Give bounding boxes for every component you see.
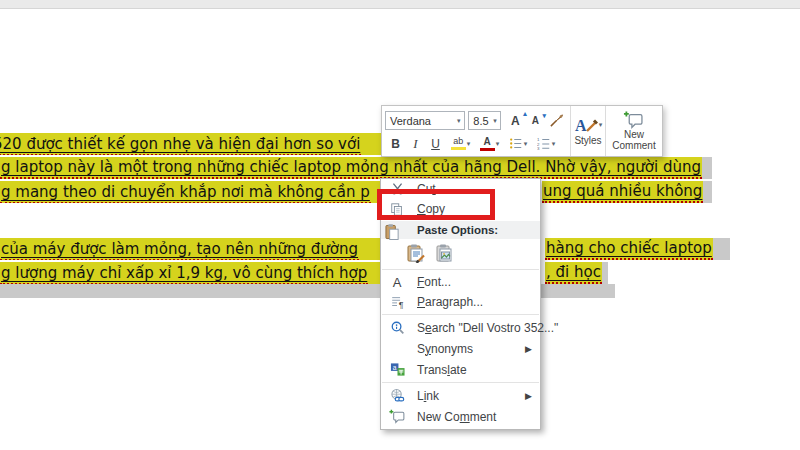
selection-block xyxy=(702,157,712,179)
text-highlight-button[interactable]: ab ▾ xyxy=(446,132,475,155)
svg-text:A: A xyxy=(575,117,587,134)
highlighted-text-line: 520 được thiết kế gọn nhẹ và hiện đại hơ… xyxy=(0,133,381,155)
selection-block xyxy=(703,181,712,203)
new-comment-icon xyxy=(385,409,409,424)
new-comment-label: New xyxy=(624,129,644,140)
font-color-icon: A xyxy=(480,137,495,151)
svg-text:¶: ¶ xyxy=(399,300,404,309)
styles-icon: A xyxy=(574,116,598,134)
menu-item-link[interactable]: Link ▶ xyxy=(381,385,540,406)
font-name-value: Verdana xyxy=(390,115,431,127)
font-color-button[interactable]: A ▾ xyxy=(475,132,504,155)
menu-item-search[interactable]: Search "Dell Vostro 352..." xyxy=(381,317,540,338)
mini-toolbar: Verdana ▾ 8.5 ▾ A▴ A▾ xyxy=(381,105,663,157)
bullets-button[interactable]: ▾ xyxy=(504,132,532,155)
highlighter-icon: ab xyxy=(451,137,466,150)
highlighted-text-line: , đi học xyxy=(545,262,608,284)
doc-text: hàng cho chiếc laptop xyxy=(545,238,713,260)
doc-text: ung quá nhiều không xyxy=(542,181,703,203)
doc-text: của máy được làm mỏng, tạo nên những đườ… xyxy=(0,239,359,260)
shrink-font-icon: A▾ xyxy=(532,115,539,126)
menu-item-paragraph[interactable]: ¶ Paragraph... xyxy=(381,292,540,312)
selection-block xyxy=(602,262,608,284)
italic-button[interactable]: I xyxy=(406,132,425,155)
translate-icon: a xyxy=(385,362,409,377)
font-a-icon: A xyxy=(385,275,409,290)
svg-text:a: a xyxy=(392,364,396,371)
format-painter-icon xyxy=(549,113,564,128)
format-painter-button[interactable] xyxy=(545,109,568,132)
word-document-canvas: 520 được thiết kế gọn nhẹ và hiện đại hơ… xyxy=(0,0,800,450)
submenu-arrow-icon: ▶ xyxy=(525,344,540,354)
chevron-down-icon[interactable]: ▾ xyxy=(454,117,464,125)
menu-separator xyxy=(382,314,539,315)
doc-text: g mang theo di chuyển khắp nơi mà không … xyxy=(0,182,371,203)
menu-separator xyxy=(382,269,539,270)
doc-text: g lượng máy chỉ xấp xỉ 1,9 kg, vô cùng t… xyxy=(0,263,368,284)
menu-item-translate[interactable]: a Translate xyxy=(381,359,540,380)
new-comment-toolbar-button[interactable]: New Comment xyxy=(606,106,662,156)
paste-picture-icon xyxy=(435,243,455,263)
numbering-icon: 123 xyxy=(537,137,551,150)
highlighted-text-line: của máy được làm mỏng, tạo nên những đườ… xyxy=(0,238,381,260)
shrink-font-button[interactable]: A▾ xyxy=(525,109,545,132)
chevron-down-icon[interactable]: ▾ xyxy=(524,140,528,148)
font-name-combo[interactable]: Verdana ▾ xyxy=(385,111,465,130)
paste-keep-formatting-button[interactable] xyxy=(404,241,428,265)
paste-keep-formatting-icon xyxy=(406,243,426,263)
font-size-combo[interactable]: 8.5 ▾ xyxy=(468,111,500,130)
menu-item-new-comment[interactable]: New Comment xyxy=(381,406,540,427)
paste-clipboard-icon xyxy=(385,223,400,244)
paragraph-icon: ¶ xyxy=(385,295,409,309)
new-comment-label: Comment xyxy=(612,140,655,151)
selection-block xyxy=(713,238,730,260)
submenu-arrow-icon: ▶ xyxy=(525,391,540,401)
highlighted-text-line: g lượng máy chỉ xấp xỉ 1,9 kg, vô cùng t… xyxy=(0,262,381,284)
copy-annotation-box xyxy=(377,189,495,220)
underline-button[interactable]: U xyxy=(425,132,446,155)
bullets-icon xyxy=(509,137,523,150)
paste-options-label: Paste Options: xyxy=(381,221,540,239)
menu-separator xyxy=(382,382,539,383)
paste-picture-button[interactable] xyxy=(433,241,457,265)
chevron-down-icon[interactable]: ▾ xyxy=(467,140,471,148)
link-icon xyxy=(385,388,409,403)
chevron-down-icon[interactable]: ▾ xyxy=(552,140,556,148)
window-top-strip xyxy=(0,0,800,9)
search-icon xyxy=(385,320,409,335)
menu-item-synonyms[interactable]: Synonyms ▶ xyxy=(381,338,540,359)
svg-text:3: 3 xyxy=(537,146,540,150)
highlighted-text-line: g mang theo di chuyển khắp nơi mà không … xyxy=(0,181,381,203)
chevron-down-icon[interactable]: ▾ xyxy=(490,117,500,125)
highlighted-text-line: ung quá nhiều không xyxy=(542,181,712,203)
menu-item-font[interactable]: A Font... xyxy=(381,272,540,292)
new-comment-icon xyxy=(623,111,645,129)
highlighted-text-line: hàng cho chiếc laptop xyxy=(545,238,730,260)
chevron-down-icon[interactable]: ▾ xyxy=(496,140,500,148)
paste-options-row xyxy=(381,239,540,267)
doc-text: 520 được thiết kế gọn nhẹ và hiện đại hơ… xyxy=(0,134,361,155)
bold-button[interactable]: B xyxy=(385,132,406,155)
highlighted-text-line: g laptop này là một trong những chiếc la… xyxy=(0,157,712,179)
mini-toolbar-formatting: Verdana ▾ 8.5 ▾ A▴ A▾ xyxy=(382,106,571,156)
doc-text: g laptop này là một trong những chiếc la… xyxy=(0,157,702,179)
font-size-value: 8.5 xyxy=(473,115,488,127)
styles-button[interactable]: A ▾ Styles xyxy=(571,106,606,156)
grow-font-icon: A▴ xyxy=(511,114,520,128)
numbering-button[interactable]: 123 ▾ xyxy=(532,132,560,155)
grow-font-button[interactable]: A▴ xyxy=(505,109,525,132)
doc-text: , đi học xyxy=(545,262,602,284)
styles-label: Styles xyxy=(574,135,601,146)
chevron-down-icon[interactable]: ▾ xyxy=(599,121,603,129)
